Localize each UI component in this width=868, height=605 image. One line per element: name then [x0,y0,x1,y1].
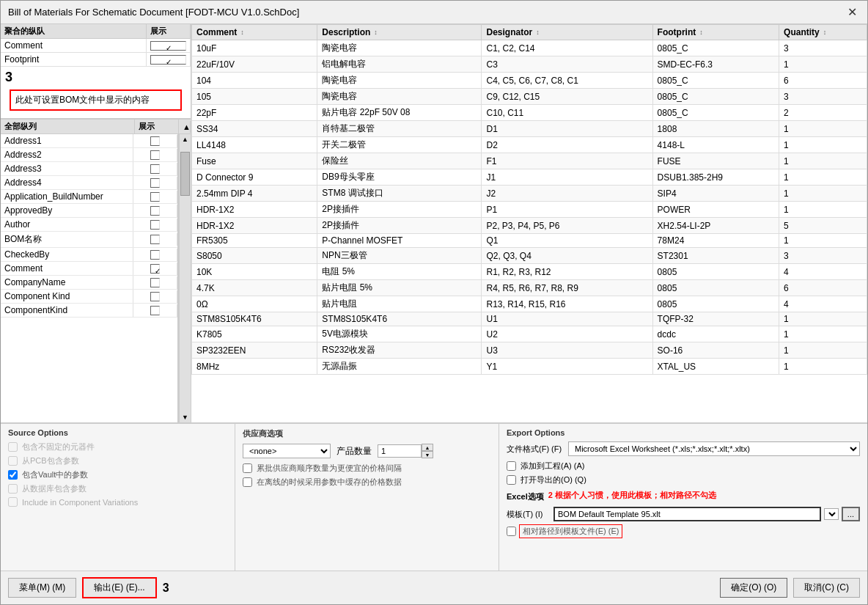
template-browse-btn[interactable]: ... [842,507,860,521]
col-checkbox[interactable] [150,192,160,202]
source-opt3-checkbox[interactable] [8,470,18,480]
bom-cell-footprint: 78M24 [652,234,779,248]
bom-cell-quantity: 1 [779,169,867,186]
scroll-up-icon[interactable]: ▲ [179,121,191,133]
col-checkbox[interactable] [150,206,160,216]
format-select[interactable]: Microsoft Excel Worksheet (*.xls;*.xlsx;… [568,441,860,456]
rel-path-checkbox[interactable] [507,527,516,536]
annotation3-number: 3 [163,582,169,595]
col-checkbox[interactable] [150,264,160,274]
list-item: CompanyName [1,276,177,290]
sort-icon-designator: ↕ [536,29,540,36]
menu-button[interactable]: 菜单(M) (M) [8,578,76,598]
table-row: 0Ω贴片电阻R13, R14, R15, R1608054 [192,296,867,312]
col-checkbox[interactable] [150,278,160,287]
table-row: 22pF贴片电容 22pF 50V 08C10, C110805_C2 [192,105,867,121]
grouped-cols-section: 聚合的纵队 展示 Comment Footprint [1,24,191,67]
bom-cell-designator: J1 [482,169,652,186]
col-checkbox[interactable] [150,150,160,160]
col-header-footprint[interactable]: Footprint ↕ [652,25,779,40]
supplier-opt2-checkbox[interactable] [243,477,252,487]
bom-table-wrapper[interactable]: Comment ↕ Description ↕ Designator ↕ Foo… [191,24,867,422]
all-cols-scrollbar[interactable]: ▲ ▼ [179,134,191,422]
bom-cell-quantity: 4 [779,264,867,280]
source-opt1-label: 包含不固定的元器件 [22,441,95,452]
bom-cell-comment: SS34 [192,121,317,137]
add-to-project-checkbox[interactable] [507,461,516,471]
source-opt2-checkbox[interactable] [8,456,18,466]
bom-cell-quantity: 1 [779,121,867,137]
col-checkbox[interactable] [150,235,160,244]
bom-cell-description: 保险丝 [317,153,482,169]
open-exported-row: 打开导出的(O) (Q) [507,474,860,485]
bom-cell-designator: Q2, Q3, Q4 [482,248,652,264]
bom-cell-comment: 0Ω [192,296,317,312]
bom-cell-designator: J2 [482,186,652,202]
bom-cell-quantity: 1 [779,359,867,375]
bom-cell-comment: K7805 [192,326,317,342]
sort-icon-footprint: ↕ [699,29,703,36]
bom-cell-description: 肖特基二极管 [317,121,482,137]
list-item: ApprovedBy [1,204,177,218]
annotation2-text: 2 根据个人习惯，使用此模板；相对路径不勾选 [548,490,716,501]
col-checkbox[interactable] [150,178,160,188]
excel-label-row: Excel选项 2 根据个人习惯，使用此模板；相对路径不勾选 [507,490,860,504]
export-button[interactable]: 输出(E) (E)... [82,577,156,598]
bom-cell-comment: 105 [192,89,317,105]
grouped-col-comment-checkbox[interactable] [150,41,186,51]
col-checkbox[interactable] [150,292,160,301]
col-header-description[interactable]: Description ↕ [317,25,482,40]
scroll-up-btn[interactable]: ▲ [180,134,191,144]
col-checkbox[interactable] [150,306,160,315]
cancel-button[interactable]: 取消(C) (C) [793,578,860,598]
grouped-col-comment-check[interactable] [147,39,191,52]
spinbox-buttons: ▲ ▼ [422,444,433,458]
all-cols-list[interactable]: Address1 Address2 Address3 Address4 [1,134,179,422]
template-dropdown[interactable]: ▼ [824,508,839,520]
col-header-quantity[interactable]: Quantity ↕ [779,25,867,40]
excel-label: Excel选项 [507,491,544,502]
qty-down-btn[interactable]: ▼ [422,451,433,458]
qty-input[interactable] [378,444,422,458]
bom-cell-designator: R4, R5, R6, R7, R8, R9 [482,280,652,296]
col-checkbox[interactable] [150,136,160,146]
qty-up-btn[interactable]: ▲ [422,444,433,451]
supplier-select[interactable]: <none> [243,444,331,458]
bom-cell-quantity: 1 [779,153,867,169]
source-opt1-checkbox[interactable] [8,442,18,452]
template-input[interactable] [553,507,821,521]
source-opt2-label: 从PCB包含参数 [22,455,79,466]
bom-cell-comment: STM8S105K4T6 [192,312,317,326]
close-button[interactable]: ✕ [845,5,860,19]
scroll-down-btn[interactable]: ▼ [180,412,191,422]
bom-cell-description: 陶瓷电容 [317,40,482,56]
bom-cell-quantity: 1 [779,342,867,359]
bom-cell-quantity: 1 [779,202,867,218]
source-options-title: Source Options [8,428,227,437]
bom-cell-footprint: 0805_C [652,89,779,105]
list-item: Address1 [1,134,177,148]
list-item: Address4 [1,176,177,190]
source-opt5-checkbox[interactable] [8,497,18,507]
col-checkbox[interactable] [150,164,160,174]
supplier-options-title: 供应商选项 [243,428,491,439]
qty-label: 产品数量 [336,445,372,458]
rel-path-label: 相对路径到模板文件(E) (E) [519,524,622,538]
col-checkbox[interactable] [150,220,160,230]
source-opt4-checkbox[interactable] [8,484,18,494]
table-row: HDR-1X22P接插件P2, P3, P4, P5, P6XH2.54-LI-… [192,218,867,234]
supplier-opt1-checkbox[interactable] [243,463,252,473]
col-checkbox[interactable] [150,250,160,260]
bom-cell-designator: C9, C12, C15 [482,89,652,105]
scrollbar-thumb[interactable] [180,152,190,196]
bom-cell-quantity: 3 [779,248,867,264]
bom-table: Comment ↕ Description ↕ Designator ↕ Foo… [191,24,867,375]
col-header-designator[interactable]: Designator ↕ [482,25,652,40]
col-header-comment[interactable]: Comment ↕ [192,25,317,40]
open-exported-checkbox[interactable] [507,475,516,485]
bom-cell-description: STM8S105K4T6 [317,312,482,326]
grouped-col-footprint-checkbox[interactable] [150,55,186,65]
grouped-cols-name-header: 聚合的纵队 [1,24,147,38]
ok-button[interactable]: 确定(O) (O) [720,578,787,598]
grouped-col-footprint-check[interactable] [147,53,191,66]
